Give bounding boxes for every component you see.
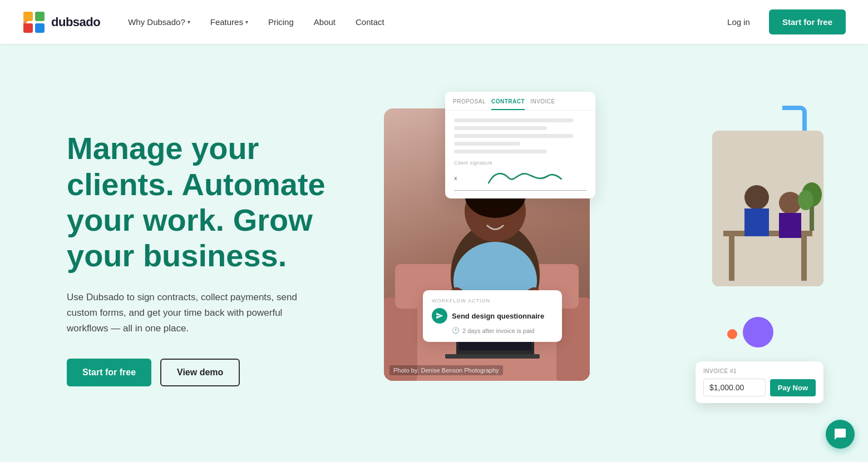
svg-rect-15 xyxy=(445,354,540,359)
svg-point-22 xyxy=(744,185,769,210)
hero-subtitle: Use Dubsado to sign contracts, collect p… xyxy=(67,290,312,336)
workflow-title-row: Send design questionnaire xyxy=(432,308,553,324)
nav-right: Log in Start for free xyxy=(719,9,846,34)
svg-rect-3 xyxy=(35,23,45,33)
nav-start-free-button[interactable]: Start for free xyxy=(769,9,846,34)
navbar: dubsado Why Dubsado? ▾ Features ▾ Pricin… xyxy=(0,0,868,44)
svg-rect-20 xyxy=(729,236,734,281)
signature-area: x xyxy=(454,168,586,191)
svg-rect-21 xyxy=(801,236,807,281)
hero-title: Manage your clients. Automate your work.… xyxy=(67,131,356,274)
nav-pricing[interactable]: Pricing xyxy=(260,13,302,31)
svg-rect-2 xyxy=(23,23,33,33)
contract-line xyxy=(454,142,520,146)
svg-point-28 xyxy=(798,190,813,210)
proposal-tab[interactable]: PROPOSAL xyxy=(453,98,486,110)
pay-now-button[interactable]: Pay Now xyxy=(770,379,816,396)
signature-svg xyxy=(461,168,587,188)
svg-rect-25 xyxy=(779,213,801,238)
hero-buttons: Start for free View demo xyxy=(67,359,356,386)
deco-orange-circle xyxy=(727,329,737,339)
svg-rect-1 xyxy=(35,12,45,21)
hero-secondary-photo xyxy=(712,131,823,286)
logo-link[interactable]: dubsado xyxy=(22,11,100,34)
hero-left: Manage your clients. Automate your work.… xyxy=(67,131,356,386)
invoice-amount: $1,000.00 xyxy=(703,379,766,396)
workflow-time: 🕐 2 days after invoice is paid xyxy=(452,327,553,334)
login-link[interactable]: Log in xyxy=(719,13,758,31)
contract-line xyxy=(454,150,547,153)
contract-line xyxy=(454,126,547,130)
clock-icon: 🕐 xyxy=(452,327,460,334)
nav-about[interactable]: About xyxy=(306,13,343,31)
hero-section: Manage your clients. Automate your work.… xyxy=(0,44,868,462)
hero-illustration: Photo by: Denise Benson Photography PROP… xyxy=(356,86,823,431)
chat-button[interactable] xyxy=(826,420,855,449)
hero-view-demo-button[interactable]: View demo xyxy=(160,359,240,386)
logo-icon xyxy=(22,11,46,34)
photo-credit: Photo by: Denise Benson Photography xyxy=(389,365,503,375)
invoice-title: INVOICE #1 xyxy=(703,368,816,374)
nav-contact[interactable]: Contact xyxy=(348,13,392,31)
nav-links: Why Dubsado? ▾ Features ▾ Pricing About … xyxy=(120,13,719,31)
logo-wordmark: dubsado xyxy=(51,15,100,29)
invoice-row: $1,000.00 Pay Now xyxy=(703,379,816,396)
contract-tab[interactable]: CONTRACT xyxy=(491,98,525,110)
chevron-down-icon: ▾ xyxy=(245,19,248,25)
workflow-title: Send design questionnaire xyxy=(452,312,544,320)
invoice-card: INVOICE #1 $1,000.00 Pay Now xyxy=(696,361,823,403)
sig-x-marker: x xyxy=(454,175,457,181)
workflow-label: WORKFLOW ACTION xyxy=(432,298,553,304)
contract-tabs: PROPOSAL CONTRACT INVOICE xyxy=(445,92,595,111)
hero-start-free-button[interactable]: Start for free xyxy=(67,359,151,386)
contract-line xyxy=(454,134,573,138)
deco-purple-circle xyxy=(743,317,773,347)
svg-rect-23 xyxy=(744,208,769,236)
send-icon xyxy=(432,308,447,324)
chevron-down-icon: ▾ xyxy=(188,19,190,25)
nav-features[interactable]: Features ▾ xyxy=(203,13,256,31)
contract-line xyxy=(454,118,573,122)
contract-body: Client signature x xyxy=(445,111,595,198)
nav-why-dubsado[interactable]: Why Dubsado? ▾ xyxy=(120,13,198,31)
client-signature-label: Client signature xyxy=(454,160,586,166)
contract-card: PROPOSAL CONTRACT INVOICE Client signatu… xyxy=(445,92,595,198)
svg-point-24 xyxy=(779,192,801,214)
chat-icon xyxy=(834,428,847,441)
invoice-tab[interactable]: INVOICE xyxy=(530,98,555,110)
workflow-card: WORKFLOW ACTION Send design questionnair… xyxy=(423,290,562,342)
svg-rect-0 xyxy=(23,12,33,21)
